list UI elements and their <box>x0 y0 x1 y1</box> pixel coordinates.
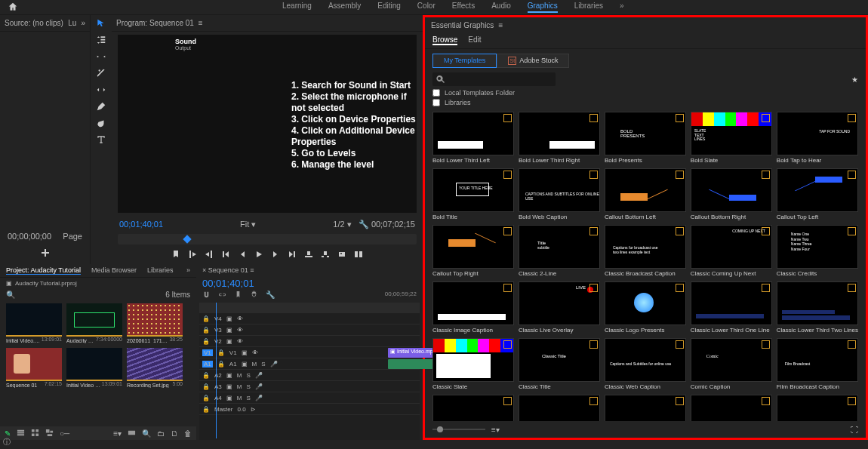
local-templates-checkbox[interactable] <box>432 89 440 97</box>
overflow-icon[interactable]: » <box>81 19 85 27</box>
program-scale[interactable]: 1/2 <box>333 220 344 229</box>
export-frame-icon[interactable] <box>337 250 346 260</box>
goto-in-icon[interactable] <box>221 250 230 260</box>
extract-icon[interactable] <box>321 250 330 260</box>
bin-item[interactable]: Sequence 017:02:15 <box>6 348 62 388</box>
bin-item[interactable]: Recording Set.jpg5:00 <box>127 348 183 388</box>
program-fit[interactable]: Fit <box>240 220 249 229</box>
eg-search-input[interactable] <box>432 72 556 86</box>
bin-item[interactable]: Initial Video.mp413:09:01 <box>6 303 62 343</box>
eg-template-item[interactable] <box>605 395 686 421</box>
type-icon[interactable] <box>96 134 106 146</box>
eg-template-item[interactable]: Name OneName TwoName ThreeName FourClass… <box>777 225 858 277</box>
eg-tab-edit[interactable]: Edit <box>468 35 481 45</box>
eg-template-item[interactable]: TitlesubtitleClassic 2-Line <box>519 225 600 277</box>
eg-template-item[interactable]: SLATETEXTLINESBold Slate <box>691 112 772 164</box>
selection-tool-icon[interactable] <box>96 18 106 30</box>
eg-template-item[interactable]: COMING UP NEXTClassic Coming Up Next <box>691 225 772 277</box>
libraries-tab[interactable]: Libraries <box>147 266 174 275</box>
timeline-timecode[interactable]: 00;01;40;01 <box>202 278 417 289</box>
bin-item[interactable]: Initial Video 2...13:09:01 <box>66 348 122 388</box>
freeform-icon[interactable] <box>45 429 54 438</box>
eg-template-item[interactable]: Captions for broadcast usetwo lines exam… <box>605 225 686 277</box>
source-fit[interactable]: Page <box>63 232 82 241</box>
trash-icon[interactable]: 🗑 <box>184 429 192 438</box>
search-icon[interactable]: 🔍 <box>6 291 15 299</box>
eg-template-item[interactable]: Classic Lower Third Two Lines <box>777 281 858 334</box>
bin-item[interactable]: Audacity Tuto...7:34:00000 <box>66 303 122 343</box>
eg-tab-browse[interactable]: Browse <box>432 35 457 45</box>
eg-template-item[interactable]: Captions and Subtitles for online useCla… <box>605 338 686 390</box>
sequence-tab[interactable]: × Sequence 01 ≡ <box>202 266 254 274</box>
ws-color[interactable]: Color <box>417 2 436 13</box>
favorite-icon[interactable]: ★ <box>851 75 858 84</box>
eg-template-item[interactable]: Classic Image Caption <box>432 281 514 334</box>
add-marker-icon[interactable] <box>41 248 50 259</box>
auto-match-icon[interactable] <box>128 429 136 438</box>
pen-icon[interactable] <box>96 101 106 113</box>
expand-icon[interactable]: ⛶ <box>851 426 858 434</box>
panel-menu-icon[interactable]: ≡ <box>498 21 503 29</box>
ws-graphics[interactable]: Graphics <box>528 2 558 13</box>
marker-icon[interactable] <box>171 250 180 260</box>
ws-effects[interactable]: Effects <box>452 2 475 13</box>
timeline-tracks[interactable]: 🔒V4▣👁 🔒V3▣👁 🔒V2▣👁 V1🔒V1▣👁▣ Initial Video… <box>199 313 420 440</box>
eg-template-item[interactable]: Classic Slate <box>432 338 514 390</box>
libraries-checkbox[interactable] <box>432 99 440 106</box>
comparison-icon[interactable] <box>354 250 363 260</box>
ws-learning[interactable]: Learning <box>282 2 312 13</box>
overflow-icon[interactable]: » <box>186 266 190 275</box>
marker2-icon[interactable] <box>234 291 242 300</box>
step-fwd-icon[interactable] <box>271 250 280 260</box>
ws-libraries[interactable]: Libraries <box>574 2 603 13</box>
eg-template-item[interactable] <box>519 395 600 421</box>
eg-template-item[interactable]: CAPTIONS AND SUBTITLES FOR ONLINE USEBol… <box>519 168 600 220</box>
media-browser-tab[interactable]: Media Browser <box>91 266 137 275</box>
eg-template-item[interactable]: Film BroadcastFilm Broadcast Caption <box>777 338 858 390</box>
slip-icon[interactable] <box>96 85 106 97</box>
snap-icon[interactable] <box>202 291 211 300</box>
ws-overflow-icon[interactable]: » <box>620 2 624 13</box>
timeline-ruler[interactable] <box>199 303 420 313</box>
out-point-icon[interactable] <box>205 250 214 260</box>
eg-template-grid[interactable]: Bold Lower Third LeftBold Lower Third Ri… <box>425 109 866 421</box>
zoom-slider-icon[interactable]: ○─ <box>60 429 69 438</box>
thumbnail-size-slider[interactable] <box>432 429 485 430</box>
track-select-icon[interactable] <box>96 35 106 47</box>
adobe-stock-button[interactable]: StAdobe Stock <box>497 54 569 68</box>
eg-template-item[interactable]: Callout Bottom Left <box>605 168 686 220</box>
wrench-icon[interactable]: 🔧 <box>266 291 275 300</box>
settings-icon[interactable] <box>250 291 258 300</box>
eg-template-item[interactable]: BOLDPRESENTSBold Presents <box>605 112 686 164</box>
eg-template-item[interactable] <box>432 395 514 421</box>
lift-icon[interactable] <box>304 250 313 260</box>
eg-template-item[interactable]: YOUR TITLE HEREBold Title <box>432 168 514 220</box>
program-monitor[interactable]: Sound Output 1. Search for Sound in Star… <box>118 35 417 213</box>
ripple-edit-icon[interactable] <box>96 51 106 63</box>
pen-color-icon[interactable]: ✎ <box>5 429 11 438</box>
new-item-icon[interactable]: 🗋 <box>171 429 178 438</box>
project-tab[interactable]: Project: Audacity Tutorial <box>6 266 81 275</box>
sort-icon[interactable]: ≡▾ <box>491 426 500 434</box>
eg-template-item[interactable]: Callout Top Left <box>777 168 858 220</box>
project-bin[interactable]: Initial Video.mp413:09:01 Audacity Tuto.… <box>0 300 196 426</box>
find-icon[interactable]: 🔍 <box>142 429 151 438</box>
goto-out-icon[interactable] <box>288 250 297 260</box>
eg-template-item[interactable] <box>777 395 858 421</box>
in-point-icon[interactable] <box>188 250 197 260</box>
eg-template-item[interactable]: Bold Lower Third Right <box>519 112 600 164</box>
ws-assembly[interactable]: Assembly <box>328 2 361 13</box>
list-view-icon[interactable] <box>17 429 25 438</box>
eg-template-item[interactable]: LIVEClassic Live Overlay <box>519 281 600 334</box>
eg-template-item[interactable]: Callout Bottom Right <box>691 168 772 220</box>
panel-menu-icon[interactable]: ≡ <box>199 19 203 27</box>
ws-editing[interactable]: Editing <box>377 2 401 13</box>
hand-icon[interactable] <box>96 118 106 130</box>
program-scrubber[interactable] <box>118 234 417 244</box>
eg-template-item[interactable] <box>691 395 772 421</box>
play-icon[interactable] <box>254 250 263 260</box>
eg-template-item[interactable]: TAP FOR SOUNDBold Tap to Hear <box>777 112 858 164</box>
eg-template-item[interactable]: Classic TitleClassic Title <box>519 338 600 390</box>
new-bin-icon[interactable]: 🗀 <box>157 429 165 438</box>
razor-icon[interactable] <box>96 68 106 80</box>
